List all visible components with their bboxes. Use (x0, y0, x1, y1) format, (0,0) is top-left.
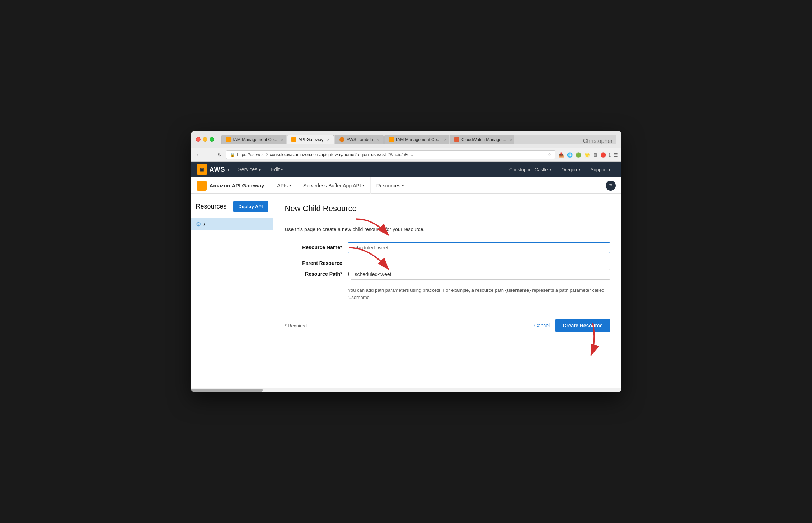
lock-icon: 🔒 (230, 153, 235, 157)
tab-label-iam-1: IAM Management Co... (233, 137, 277, 142)
edit-label: Edit (271, 167, 280, 172)
path-hint: You can add path parameters using bracke… (348, 287, 610, 301)
traffic-lights (196, 137, 214, 142)
iam-icon-2 (389, 137, 394, 142)
sidebar-header: Resources Deploy API (191, 201, 273, 218)
close-button[interactable] (196, 137, 201, 142)
aws-logo[interactable]: ▣ AWS ▾ (197, 164, 230, 175)
info-icon[interactable]: ℹ (609, 152, 611, 158)
extension-icon-5[interactable]: 🔴 (600, 152, 606, 158)
tab-label-api: API Gateway (299, 137, 324, 142)
tab-api-gateway[interactable]: API Gateway × (287, 135, 334, 144)
services-nav-item[interactable]: Services ▾ (233, 162, 266, 177)
tab-close-4[interactable]: × (444, 137, 446, 142)
aws-topnav: ▣ AWS ▾ Services ▾ Edit ▾ Christopher Ca… (191, 162, 621, 177)
back-button[interactable]: ← (194, 151, 202, 158)
resource-name-label: Resource Name* (285, 242, 342, 250)
sidebar-root-item[interactable]: ⚙ / (191, 218, 273, 230)
resource-path-row: Resource Path* / (285, 269, 610, 280)
user-menu[interactable]: Christopher Castle ▾ (504, 162, 557, 177)
required-note: * Required (285, 323, 307, 328)
reload-button[interactable]: ↻ (216, 151, 223, 158)
aws-cube-icon: ▣ (197, 164, 207, 175)
title-bar: IAM Management Co... × API Gateway × AWS… (191, 131, 621, 148)
tab-lambda[interactable]: AWS Lambda × (335, 135, 384, 144)
subnav-product: Amazon API Gateway (197, 181, 264, 191)
user-name: Christopher Castle (509, 167, 548, 172)
apis-chevron-icon: ▾ (289, 183, 291, 188)
support-chevron-icon: ▾ (609, 167, 611, 172)
star-icon: ☆ (548, 152, 551, 157)
footer-actions: Cancel Create Resource (534, 319, 610, 332)
resource-path-label: Resource Path* (285, 269, 342, 277)
tab-cloudwatch[interactable]: CloudWatch Manager... × (450, 135, 514, 144)
user-chevron-icon: ▾ (549, 167, 551, 172)
scroll-thumb (191, 389, 263, 392)
extension-icon-3[interactable]: 🌟 (584, 152, 590, 158)
edit-chevron-icon: ▾ (281, 167, 283, 172)
help-button[interactable]: ? (606, 181, 616, 191)
resources-label: Resources (376, 183, 400, 188)
edit-nav-item[interactable]: Edit ▾ (266, 162, 288, 177)
parent-resource-label: Parent Resource (285, 260, 342, 266)
tab-close-3[interactable]: × (377, 137, 379, 142)
tabs-bar: IAM Management Co... × API Gateway × AWS… (221, 135, 616, 144)
aws-text: AWS (210, 166, 225, 173)
address-input[interactable]: 🔒 https://us-west-2.console.aws.amazon.c… (226, 150, 555, 159)
extension-icon-1[interactable]: 🌐 (567, 152, 573, 158)
form-footer: * Required Cancel Create Resource (285, 312, 610, 332)
extension-icon-2[interactable]: 🟢 (576, 152, 581, 158)
tab-label-lambda: AWS Lambda (347, 137, 373, 142)
aws-subnav: Amazon API Gateway APIs ▾ Serverless Buf… (191, 177, 621, 194)
serverless-chevron-icon: ▾ (362, 183, 365, 188)
address-bar: ← → ↻ 🔒 https://us-west-2.console.aws.am… (191, 148, 621, 162)
tab-close-1[interactable]: × (281, 137, 283, 142)
services-label: Services (238, 167, 258, 172)
scroll-area[interactable] (191, 388, 621, 392)
path-prefix: / (348, 271, 349, 277)
deploy-api-button[interactable]: Deploy API (233, 201, 268, 212)
support-menu[interactable]: Support ▾ (586, 162, 616, 177)
region-label: Oregon (562, 167, 577, 172)
extension-icon-4[interactable]: 🖥 (593, 152, 597, 158)
subnav-apis[interactable]: APIs ▾ (271, 177, 297, 194)
sidebar: Resources Deploy API ⚙ / (191, 194, 273, 388)
services-chevron-icon: ▾ (259, 167, 261, 172)
subnav-serverless-api[interactable]: Serverless Buffer App API ▾ (297, 177, 371, 194)
tab-close-5[interactable]: × (510, 137, 512, 142)
sidebar-title: Resources (196, 203, 227, 210)
pocket-icon[interactable]: 📥 (558, 152, 564, 158)
forward-button[interactable]: → (205, 151, 213, 158)
resource-name-input[interactable] (348, 242, 610, 253)
support-label: Support (591, 167, 607, 172)
api-gateway-icon (197, 181, 207, 191)
user-label: Christopher (579, 138, 616, 144)
subnav-right: ? (606, 181, 616, 191)
form-area: New Child Resource Use this page to crea… (273, 194, 621, 388)
menu-icon[interactable]: ☰ (614, 152, 618, 158)
region-menu[interactable]: Oregon ▾ (557, 162, 586, 177)
form-description: Use this page to create a new child reso… (285, 227, 610, 232)
form-divider (285, 218, 610, 218)
browser-window: IAM Management Co... × API Gateway × AWS… (191, 131, 621, 392)
resource-name-row: Resource Name* (285, 242, 610, 253)
main-content: Resources Deploy API ⚙ / (191, 194, 621, 388)
cloudwatch-icon (454, 137, 459, 142)
form-title: New Child Resource (285, 204, 610, 213)
root-path: / (204, 221, 205, 227)
region-chevron-icon: ▾ (578, 167, 581, 172)
resource-path-input[interactable] (351, 269, 610, 280)
resources-chevron-icon: ▾ (402, 183, 404, 188)
create-resource-button[interactable]: Create Resource (555, 319, 610, 332)
minimize-button[interactable] (203, 137, 207, 142)
tab-close-2[interactable]: × (327, 137, 329, 142)
tab-iam-2[interactable]: IAM Management Co... × (384, 135, 449, 144)
product-name: Amazon API Gateway (210, 182, 264, 188)
path-row: / (348, 269, 610, 280)
parent-resource-row: Parent Resource (285, 260, 610, 266)
maximize-button[interactable] (210, 137, 214, 142)
tab-iam-1[interactable]: IAM Management Co... × (221, 135, 286, 144)
browser-toolbar: 📥 🌐 🟢 🌟 🖥 🔴 ℹ ☰ (558, 152, 618, 158)
subnav-resources[interactable]: Resources ▾ (371, 177, 410, 194)
cancel-button[interactable]: Cancel (534, 323, 550, 328)
